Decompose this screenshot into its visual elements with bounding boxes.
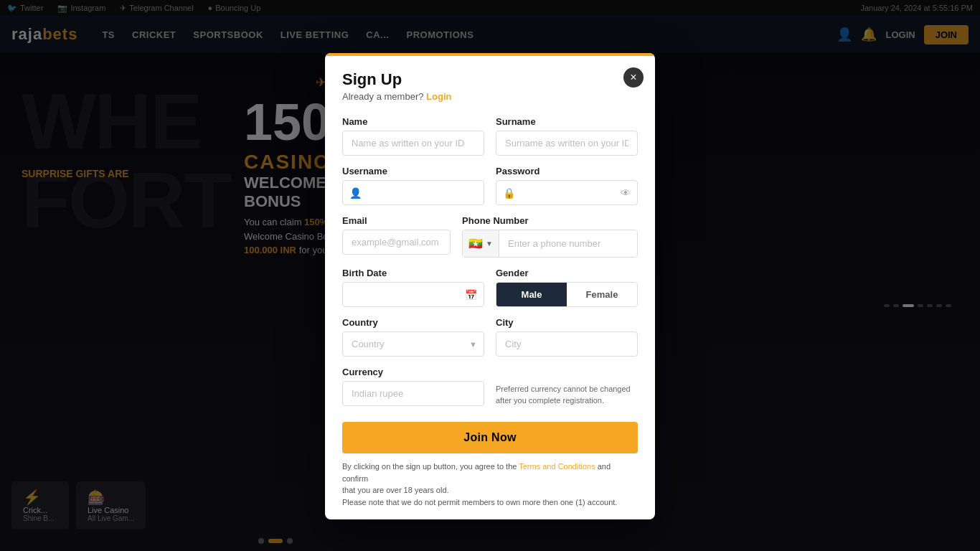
modal-close-button[interactable]: × [623, 67, 644, 88]
email-group: Email [342, 215, 451, 258]
login-link[interactable]: Login [426, 91, 451, 102]
city-group: City [496, 317, 638, 357]
terms-text: By clicking on the sign up button, you a… [342, 461, 638, 508]
birthdate-group: Birth Date 📅 [342, 268, 484, 307]
phone-group: Phone Number 🇲🇲 ▼ [462, 215, 638, 258]
name-input[interactable] [342, 131, 484, 156]
phone-label: Phone Number [462, 215, 638, 226]
name-group: Name [342, 116, 484, 156]
gender-female-button[interactable]: Female [567, 283, 637, 306]
terms-link[interactable]: Terms and Conditions [519, 462, 595, 471]
country-select[interactable]: Country [342, 331, 484, 357]
birthdate-input-wrap: 📅 [342, 282, 484, 307]
modal-title: Sign Up [342, 70, 638, 89]
password-input[interactable] [496, 180, 638, 205]
name-label: Name [342, 116, 484, 127]
surname-group: Surname [496, 116, 638, 156]
modal-header: Sign Up Already a member? Login × [325, 56, 655, 110]
country-city-row: Country Country ▼ City [342, 317, 638, 357]
eye-icon[interactable]: 👁 [621, 187, 631, 199]
user-pass-row: Username 👤 Password 🔒 👁 [342, 166, 638, 205]
country-group: Country Country ▼ [342, 317, 484, 357]
surname-label: Surname [496, 116, 638, 127]
country-select-wrap: Country ▼ [342, 331, 484, 357]
phone-flag-selector[interactable]: 🇲🇲 ▼ [463, 230, 499, 257]
city-input[interactable] [496, 331, 638, 357]
gender-toggle: Male Female [496, 282, 638, 307]
name-surname-row: Name Surname [342, 116, 638, 156]
email-phone-row: Email Phone Number 🇲🇲 ▼ [342, 215, 638, 258]
phone-input-group: 🇲🇲 ▼ [462, 230, 638, 258]
myanmar-flag: 🇲🇲 [468, 237, 483, 250]
password-label: Password [496, 166, 638, 176]
surname-input[interactable] [496, 131, 638, 156]
username-input-wrap: 👤 [342, 180, 484, 205]
username-input[interactable] [342, 180, 484, 205]
signup-modal: Sign Up Already a member? Login × Name S… [325, 53, 655, 519]
password-group: Password 🔒 👁 [496, 166, 638, 205]
email-input[interactable] [342, 230, 451, 255]
gender-male-button[interactable]: Male [496, 283, 567, 306]
birthdate-input[interactable] [342, 282, 484, 307]
currency-note: Preferred currency cannot be changed aft… [496, 384, 638, 406]
username-group: Username 👤 [342, 166, 484, 205]
username-label: Username [342, 166, 484, 176]
gender-group: Gender Male Female [496, 268, 638, 307]
city-label: City [496, 317, 638, 328]
modal-subtitle: Already a member? Login [342, 91, 638, 102]
flag-chevron-icon: ▼ [486, 240, 493, 248]
gender-label: Gender [496, 268, 638, 278]
currency-row: Currency Preferred currency cannot be ch… [342, 367, 638, 406]
password-input-wrap: 🔒 👁 [496, 180, 638, 205]
country-label: Country [342, 317, 484, 328]
birthdate-gender-row: Birth Date 📅 Gender Male Female [342, 268, 638, 307]
currency-group: Currency [342, 367, 484, 406]
join-now-button[interactable]: Join Now [342, 422, 638, 453]
birthdate-label: Birth Date [342, 268, 484, 278]
currency-note-group: Preferred currency cannot be changed aft… [496, 367, 638, 406]
email-label: Email [342, 215, 451, 226]
currency-input [342, 381, 484, 406]
phone-number-input[interactable] [499, 230, 637, 257]
currency-label: Currency [342, 367, 484, 377]
modal-body: Name Surname Username 👤 Password 🔒 [325, 110, 655, 519]
